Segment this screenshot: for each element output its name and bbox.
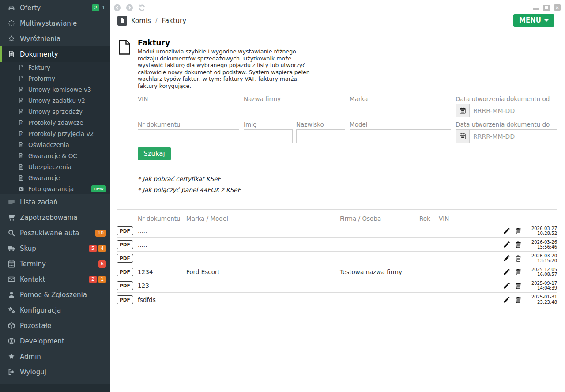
sidebar-item-umowy-zadatku-v2[interactable]: Umowy zadatku v2 [0,95,110,106]
sidebar-spacer [0,380,110,384]
sidebar-item-kontakt[interactable]: Kontakt21 [0,271,110,287]
sidebar-item-lista-zadan[interactable]: Lista zadań [0,194,110,210]
cell-pdf: PDF [117,281,138,290]
calendar-icon[interactable] [456,104,469,117]
nr-dokumentu-input[interactable] [138,129,239,143]
sidebar-item-protokoly-zdawcze[interactable]: PProtokoły zdawcze [0,117,110,128]
sidebar: Oferty21MultiwystawianieWyróżnieniaDokum… [0,0,110,392]
cell-nr-dokumentu: ..... [138,255,186,262]
sidebar-item-wyroznienia[interactable]: Wyróżnienia [0,31,110,46]
delete-icon[interactable] [515,296,522,303]
window-controls: ✕ [533,4,561,11]
sidebar-item-development[interactable]: Development [0,333,110,349]
sidebar-item-pomoc-zgloszenia[interactable]: Pomoc & Zgłoszenia [0,287,110,302]
sidebar-item-multiwystawianie[interactable]: Multiwystawianie [0,15,110,31]
sidebar-item-label: Umowy komisowe v3 [28,86,91,93]
pdf-button[interactable]: PDF [117,268,133,276]
sidebar-item-umowy-sprzedazy[interactable]: Umowy sprzedaży [0,106,110,117]
nazwisko-input[interactable] [296,129,345,143]
badge-orange: 10 [95,230,106,237]
sidebar-item-dokumenty[interactable]: Dokumenty [0,46,110,62]
star-icon [8,353,15,360]
file-lines-icon [18,164,24,170]
badge-green: new [91,185,106,192]
breadcrumb-section[interactable]: Komis [131,17,151,25]
sidebar-item-label: Multiwystawianie [20,19,77,27]
back-icon[interactable] [113,4,121,11]
file-lines-icon [18,153,24,159]
delete-icon[interactable] [515,241,522,248]
sidebar-item-oswiadczenia[interactable]: Oświadczenia [0,139,110,150]
edit-icon[interactable] [503,296,510,303]
sidebar-item-proformy[interactable]: Proformy [0,73,110,84]
ksef-connect-link[interactable]: * Jak połączyć panel 44FOX z KSeF [138,186,241,193]
vin-input[interactable] [138,104,239,117]
pdf-button[interactable]: PDF [117,254,133,263]
menu-button-label: MENU [519,16,541,24]
page-description: Moduł umożliwia szybkie i wygodne wystaw… [138,48,314,89]
delete-icon[interactable] [515,227,522,234]
edit-icon[interactable] [503,241,510,248]
model-input[interactable] [350,129,451,143]
sidebar-item-oferty[interactable]: Oferty21 [0,0,110,15]
sidebar-item-wyloguj[interactable]: Wyloguj [0,364,110,380]
sidebar-item-label: Pozostałe [20,322,51,330]
maximize-icon[interactable] [543,5,550,11]
data-od-input[interactable] [469,104,557,117]
created-date: 2026-03-26 [522,240,557,245]
table-header: Nr dokumentu Marka / Model Firma / Osoba… [117,210,557,224]
close-icon[interactable]: ✕ [554,4,561,11]
pdf-button[interactable]: PDF [117,240,133,249]
pdf-button[interactable]: PDF [117,226,133,235]
documents-table: Nr dokumentu Marka / Model Firma / Osoba… [117,209,557,306]
sidebar-item-gwarancje-oc[interactable]: Gwarancje & OC [0,150,110,161]
forward-icon[interactable] [126,4,133,11]
star-outline-icon [8,35,15,42]
cell-nr-dokumentu: ..... [138,227,186,234]
sidebar-item-umowy-komisowe-v3[interactable]: Umowy komisowe v3 [0,84,110,95]
cell-actions [495,241,522,248]
sidebar-item-foto-gwarancja[interactable]: Foto gwarancjanew [0,183,110,194]
sidebar-item-protokoly-przyjecia-v2[interactable]: PProtokoły przyjęcia v2 [0,128,110,139]
ksef-certificate-link[interactable]: * Jak pobrać certyfikat KSeF [138,175,221,182]
edit-icon[interactable] [503,268,510,275]
delete-icon[interactable] [515,268,522,275]
sidebar-item-gwarancje[interactable]: Gwarancje [0,172,110,183]
sidebar-item-ubezpieczenia[interactable]: Ubezpieczenia [0,161,110,172]
sidebar-item-terminy[interactable]: Terminy6 [0,256,110,271]
search-button[interactable]: Szukaj [138,147,171,160]
envelope-icon [8,275,15,283]
breadcrumb-page: Faktury [162,17,187,25]
badge-orange: 1 [98,276,106,283]
sidebar-item-faktury[interactable]: Faktury [0,62,110,73]
nazwa-firmy-input[interactable] [244,104,345,117]
pdf-button[interactable]: PDF [117,295,133,304]
edit-icon[interactable] [503,255,510,262]
calendar-icon[interactable] [456,129,469,143]
delete-icon[interactable] [515,255,522,262]
file-lines-icon [18,98,24,104]
sidebar-item-pozostale[interactable]: Pozostałe [0,318,110,333]
refresh-icon[interactable] [138,4,146,11]
sidebar-item-skup[interactable]: Skup54 [0,241,110,256]
edit-icon[interactable] [503,282,510,289]
file-lines-icon [18,109,24,115]
marka-input[interactable] [350,104,451,117]
cell-pdf: PDF [117,295,138,304]
sidebar-item-admin[interactable]: Admin [0,349,110,364]
imie-label: Imię [244,121,293,128]
delete-icon[interactable] [515,282,522,289]
sidebar-item-konfiguracja[interactable]: Konfiguracja [0,302,110,318]
pdf-button[interactable]: PDF [117,281,133,290]
cell-nr-dokumentu: fsdfds [138,296,186,303]
sidebar-item-label: Faktury [28,64,50,71]
sidebar-item-zapotrzebowania[interactable]: Zapotrzebowania [0,210,110,225]
sidebar-item-label: Wyloguj [20,368,46,376]
imie-input[interactable] [244,129,293,143]
menu-button[interactable]: MENU [513,14,554,27]
edit-icon[interactable] [503,227,510,234]
sidebar-item-poszukiwane-auta[interactable]: Poszukiwane auta10 [0,225,110,241]
created-date: 2026-03-27 [522,226,557,231]
data-do-input[interactable] [469,129,557,143]
minimize-icon[interactable] [533,8,539,10]
